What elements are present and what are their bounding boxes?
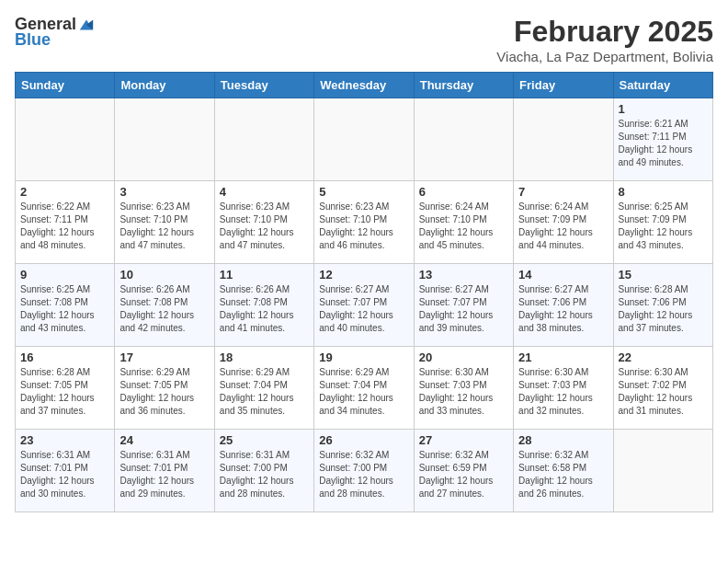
day-number: 5 [319,185,408,199]
day-cell: 20Sunrise: 6:30 AM Sunset: 7:03 PM Dayli… [414,347,513,430]
day-info: Sunrise: 6:27 AM Sunset: 7:06 PM Dayligh… [518,283,608,335]
day-info: Sunrise: 6:29 AM Sunset: 7:04 PM Dayligh… [220,366,309,418]
weekday-header-wednesday: Wednesday [314,73,414,98]
day-info: Sunrise: 6:28 AM Sunset: 7:05 PM Dayligh… [20,366,109,418]
week-row-4: 16Sunrise: 6:28 AM Sunset: 7:05 PM Dayli… [16,347,713,430]
weekday-header-row: SundayMondayTuesdayWednesdayThursdayFrid… [16,73,713,98]
day-info: Sunrise: 6:30 AM Sunset: 7:03 PM Dayligh… [518,366,608,418]
week-row-2: 2Sunrise: 6:22 AM Sunset: 7:11 PM Daylig… [16,181,713,264]
day-number: 27 [419,433,508,447]
day-number: 26 [319,433,408,447]
day-cell: 13Sunrise: 6:27 AM Sunset: 7:07 PM Dayli… [414,264,513,347]
day-number: 14 [518,268,608,282]
day-info: Sunrise: 6:21 AM Sunset: 7:11 PM Dayligh… [619,118,708,169]
location: Viacha, La Paz Department, Bolivia [496,49,713,64]
day-info: Sunrise: 6:22 AM Sunset: 7:11 PM Dayligh… [20,201,109,252]
day-cell: 11Sunrise: 6:26 AM Sunset: 7:08 PM Dayli… [214,264,313,347]
month-title: February 2025 [496,15,713,49]
day-cell: 28Sunrise: 6:32 AM Sunset: 6:58 PM Dayli… [514,430,613,512]
day-number: 9 [20,268,109,282]
day-cell [414,98,513,181]
day-cell: 1Sunrise: 6:21 AM Sunset: 7:11 PM Daylig… [613,98,712,181]
day-cell [115,98,214,181]
day-cell: 9Sunrise: 6:25 AM Sunset: 7:08 PM Daylig… [16,264,115,347]
weekday-header-monday: Monday [115,73,214,98]
day-info: Sunrise: 6:32 AM Sunset: 6:58 PM Dayligh… [518,449,608,500]
day-cell: 16Sunrise: 6:28 AM Sunset: 7:05 PM Dayli… [16,347,115,430]
weekday-header-sunday: Sunday [16,73,115,98]
day-info: Sunrise: 6:25 AM Sunset: 7:09 PM Dayligh… [619,201,708,252]
logo-blue: Blue [15,30,51,50]
day-cell [16,98,115,181]
day-cell [314,98,414,181]
weekday-header-tuesday: Tuesday [214,73,313,98]
day-cell [613,430,712,512]
week-row-3: 9Sunrise: 6:25 AM Sunset: 7:08 PM Daylig… [16,264,713,347]
day-number: 17 [119,350,209,364]
day-number: 20 [419,350,508,364]
weekday-header-saturday: Saturday [613,73,712,98]
day-cell: 26Sunrise: 6:32 AM Sunset: 7:00 PM Dayli… [314,430,414,512]
day-number: 10 [119,268,209,282]
day-info: Sunrise: 6:29 AM Sunset: 7:05 PM Dayligh… [119,366,209,418]
day-cell: 22Sunrise: 6:30 AM Sunset: 7:02 PM Dayli… [613,347,712,430]
day-number: 24 [119,433,209,447]
day-info: Sunrise: 6:32 AM Sunset: 6:59 PM Dayligh… [419,449,508,500]
day-cell: 14Sunrise: 6:27 AM Sunset: 7:06 PM Dayli… [514,264,613,347]
day-info: Sunrise: 6:23 AM Sunset: 7:10 PM Dayligh… [220,201,309,252]
day-number: 8 [619,185,708,199]
day-cell [214,98,313,181]
day-number: 3 [119,185,209,199]
day-cell: 19Sunrise: 6:29 AM Sunset: 7:04 PM Dayli… [314,347,414,430]
week-row-1: 1Sunrise: 6:21 AM Sunset: 7:11 PM Daylig… [16,98,713,181]
day-info: Sunrise: 6:31 AM Sunset: 7:01 PM Dayligh… [119,449,209,500]
day-number: 15 [619,268,708,282]
week-row-5: 23Sunrise: 6:31 AM Sunset: 7:01 PM Dayli… [16,430,713,512]
day-number: 12 [319,268,408,282]
day-cell: 4Sunrise: 6:23 AM Sunset: 7:10 PM Daylig… [214,181,313,264]
day-cell: 12Sunrise: 6:27 AM Sunset: 7:07 PM Dayli… [314,264,414,347]
day-cell: 10Sunrise: 6:26 AM Sunset: 7:08 PM Dayli… [115,264,214,347]
day-cell: 5Sunrise: 6:23 AM Sunset: 7:10 PM Daylig… [314,181,414,264]
day-cell: 8Sunrise: 6:25 AM Sunset: 7:09 PM Daylig… [613,181,712,264]
day-number: 19 [319,350,408,364]
day-info: Sunrise: 6:31 AM Sunset: 7:01 PM Dayligh… [20,449,109,500]
day-number: 21 [518,350,608,364]
day-info: Sunrise: 6:29 AM Sunset: 7:04 PM Dayligh… [319,366,408,418]
title-block: February 2025 Viacha, La Paz Department,… [496,15,713,64]
weekday-header-friday: Friday [514,73,613,98]
day-cell: 7Sunrise: 6:24 AM Sunset: 7:09 PM Daylig… [514,181,613,264]
day-info: Sunrise: 6:32 AM Sunset: 7:00 PM Dayligh… [319,449,408,500]
day-number: 18 [220,350,309,364]
day-number: 22 [619,350,708,364]
day-info: Sunrise: 6:27 AM Sunset: 7:07 PM Dayligh… [419,283,508,335]
day-cell: 17Sunrise: 6:29 AM Sunset: 7:05 PM Dayli… [115,347,214,430]
day-cell: 6Sunrise: 6:24 AM Sunset: 7:10 PM Daylig… [414,181,513,264]
day-cell [514,98,613,181]
day-cell: 23Sunrise: 6:31 AM Sunset: 7:01 PM Dayli… [16,430,115,512]
calendar: SundayMondayTuesdayWednesdayThursdayFrid… [15,72,713,512]
weekday-header-thursday: Thursday [414,73,513,98]
day-info: Sunrise: 6:30 AM Sunset: 7:02 PM Dayligh… [619,366,708,418]
logo-icon [78,17,95,33]
day-info: Sunrise: 6:30 AM Sunset: 7:03 PM Dayligh… [419,366,508,418]
day-info: Sunrise: 6:24 AM Sunset: 7:10 PM Dayligh… [419,201,508,252]
day-cell: 21Sunrise: 6:30 AM Sunset: 7:03 PM Dayli… [514,347,613,430]
day-cell: 3Sunrise: 6:23 AM Sunset: 7:10 PM Daylig… [115,181,214,264]
day-info: Sunrise: 6:25 AM Sunset: 7:08 PM Dayligh… [20,283,109,335]
day-cell: 18Sunrise: 6:29 AM Sunset: 7:04 PM Dayli… [214,347,313,430]
day-number: 4 [220,185,309,199]
day-number: 13 [419,268,508,282]
day-number: 7 [518,185,608,199]
day-cell: 27Sunrise: 6:32 AM Sunset: 6:59 PM Dayli… [414,430,513,512]
day-cell: 24Sunrise: 6:31 AM Sunset: 7:01 PM Dayli… [115,430,214,512]
day-info: Sunrise: 6:23 AM Sunset: 7:10 PM Dayligh… [319,201,408,252]
day-cell: 25Sunrise: 6:31 AM Sunset: 7:00 PM Dayli… [214,430,313,512]
day-info: Sunrise: 6:28 AM Sunset: 7:06 PM Dayligh… [619,283,708,335]
day-info: Sunrise: 6:27 AM Sunset: 7:07 PM Dayligh… [319,283,408,335]
day-number: 2 [20,185,109,199]
day-cell: 2Sunrise: 6:22 AM Sunset: 7:11 PM Daylig… [16,181,115,264]
logo: General Blue [15,15,95,50]
day-number: 25 [220,433,309,447]
day-info: Sunrise: 6:26 AM Sunset: 7:08 PM Dayligh… [220,283,309,335]
